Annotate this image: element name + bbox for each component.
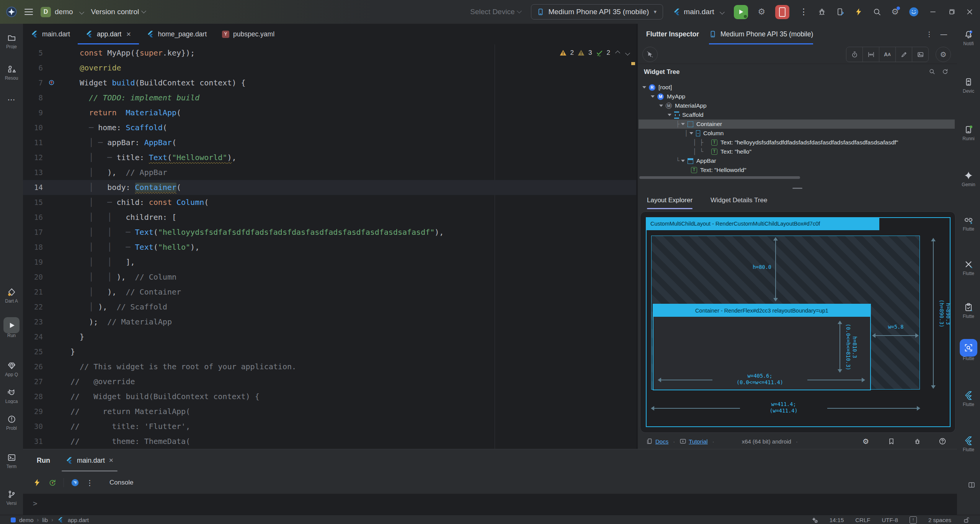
editor-tab-home_page-dart[interactable]: home_page.dart (139, 24, 214, 44)
tutorial-link[interactable]: Tutorial (689, 438, 707, 445)
panel-options-button[interactable]: ⋮ (926, 24, 933, 44)
report-icon[interactable] (888, 438, 895, 445)
run-button[interactable] (734, 5, 748, 19)
tree-row-Column[interactable]: │Column (639, 129, 955, 138)
run-config-dropdown[interactable]: main.dart (673, 8, 724, 16)
tool-stripe-item-App Q[interactable]: App Q (0, 360, 23, 377)
tree-row-Container[interactable]: ├Container (639, 120, 955, 129)
chevron-down-icon[interactable] (651, 95, 655, 98)
scrollbar-warning-mark[interactable] (631, 62, 635, 65)
line-number[interactable]: 19 (23, 255, 43, 270)
tool-stripe-item-Versi[interactable]: Versi (0, 488, 23, 506)
editor-tab-pubspec-yaml[interactable]: Ypubspec.yaml (214, 24, 282, 44)
editor-tab-app-dart[interactable]: app.dart✕ (78, 24, 139, 44)
docs-link[interactable]: Docs (655, 438, 668, 445)
profile-avatar[interactable] (909, 7, 919, 17)
close-icon[interactable]: ✕ (109, 457, 114, 464)
show-images-button[interactable] (912, 47, 928, 62)
code-line-29[interactable]: 29// return MaterialApp( (23, 404, 636, 419)
select-device-dropdown[interactable]: Select Device (470, 8, 521, 16)
code-line-11[interactable]: 11 │ ─ appBar: AppBar( (23, 135, 636, 150)
panel-minimize-button[interactable]: — (941, 24, 947, 44)
console-tab[interactable]: Console (109, 479, 133, 486)
line-number[interactable]: 8 (23, 90, 43, 105)
encoding-widget[interactable]: UTF-8 (882, 517, 898, 523)
select-widget-mode-button[interactable] (642, 47, 658, 62)
code-line-9[interactable]: 9 return MaterialApp( (23, 105, 636, 120)
tree-row-Scaffold[interactable]: Scaffold (639, 110, 955, 120)
chevron-down-icon[interactable] (642, 86, 646, 88)
instant-run-icon[interactable] (854, 8, 863, 16)
code-line-10[interactable]: 10 ─ home: Scaffold( (23, 120, 636, 135)
code-line-26[interactable]: 26 // This widget is the root of your ap… (23, 359, 636, 374)
line-number[interactable]: 11 (23, 135, 43, 150)
tool-stripe-item-more[interactable]: ⋯ (0, 94, 23, 106)
hot-restart-icon[interactable] (48, 478, 57, 487)
app-inspection-icon[interactable] (818, 8, 826, 16)
line-number[interactable]: 16 (23, 210, 43, 225)
tree-row-Text-helloyydsfsdfafsdfd[interactable]: │ ├TText: "helloyydsfsdfafsdfdfadsfadsfd… (639, 138, 955, 147)
tree-row--root-[interactable]: R[root] (639, 83, 955, 92)
code-line-7[interactable]: 7 Widget build(BuildContext context) { (23, 75, 636, 90)
next-problem-button[interactable] (625, 51, 630, 56)
tool-stripe-item-Dart A[interactable]: Dart A (0, 286, 23, 303)
line-number[interactable]: 21 (23, 285, 43, 300)
line-number[interactable]: 18 (23, 240, 43, 255)
stop-button[interactable] (775, 5, 789, 19)
code-line-8[interactable]: 8 // TODO: implement build (23, 90, 636, 105)
tool-stripe-item-Runni[interactable]: Runni (957, 124, 980, 141)
line-ending-widget[interactable]: CRLF (855, 517, 870, 523)
line-number[interactable]: 14 (23, 180, 43, 195)
close-button[interactable] (965, 8, 974, 16)
container-render-box[interactable]: Container - RenderFlex#d2cc3 relayoutBou… (653, 304, 871, 390)
performance-overlay-button[interactable] (846, 47, 862, 62)
code-line-19[interactable]: 19 │ │ ], (23, 255, 636, 270)
refresh-icon[interactable] (942, 68, 949, 75)
editor-tab-main-dart[interactable]: main.dart (23, 24, 78, 44)
chevron-down-icon[interactable] (689, 132, 693, 134)
help-icon[interactable] (939, 437, 946, 445)
code-line-14[interactable]: 14 │ body: Container( (23, 180, 636, 195)
tool-stripe-item-Flutte[interactable]: Flutte (957, 259, 980, 276)
chevron-down-icon[interactable] (681, 123, 685, 125)
line-number[interactable]: 31 (23, 434, 43, 449)
device-mirror-icon[interactable] (836, 8, 844, 16)
tool-stripe-item-Flutte[interactable]: Flutte (957, 344, 980, 361)
vcs-widget[interactable]: Version control (91, 8, 146, 16)
chevron-down-icon[interactable] (668, 114, 671, 116)
breadcrumbs[interactable]: demo › lib › app.dart (11, 515, 89, 524)
tree-row-MyApp[interactable]: MMyApp (639, 92, 955, 101)
tree-row-AppBar[interactable]: └AppBar (639, 156, 955, 165)
line-number[interactable]: 23 (23, 314, 43, 329)
line-number[interactable]: 9 (23, 105, 43, 120)
run-more-options-button[interactable]: ⋮ (86, 478, 93, 487)
outer-render-box[interactable]: CustomMultiChildLayout - RenderCustomMul… (646, 217, 951, 427)
tree-layout-divider[interactable] (638, 185, 957, 191)
code-line-23[interactable]: 23 ); // MaterialApp (23, 314, 636, 329)
line-number[interactable]: 29 (23, 404, 43, 419)
tool-stripe-item-Flutte[interactable]: Flutte (957, 301, 980, 319)
prev-problem-button[interactable] (615, 51, 620, 56)
code-line-17[interactable]: 17 │ │ ─ Text("helloyydsfsdfafsdfdfadsfa… (23, 225, 636, 240)
line-number[interactable]: 20 (23, 270, 43, 285)
line-number[interactable]: 17 (23, 225, 43, 240)
settings-icon[interactable]: ⚙ (891, 8, 899, 16)
chevron-down-icon[interactable] (659, 105, 663, 107)
close-icon[interactable]: ✕ (126, 31, 131, 38)
maximize-button[interactable] (947, 8, 956, 16)
minimize-button[interactable] (929, 8, 937, 16)
code-line-25[interactable]: 25} (23, 344, 636, 359)
tree-row-MaterialApp[interactable]: MMaterialApp (639, 101, 955, 110)
code-line-22[interactable]: 22 │ ), // Scaffold (23, 300, 636, 314)
line-number[interactable]: 5 (23, 46, 43, 61)
line-number[interactable]: 27 (23, 374, 43, 389)
tool-stripe-item-Devic[interactable]: Devic (957, 76, 980, 93)
code-line-24[interactable]: 24 } (23, 329, 636, 344)
tree-row-Text-Helloworld-[interactable]: TText: "Helloworld" (639, 165, 955, 175)
line-number[interactable]: 7 (23, 75, 43, 90)
code-line-21[interactable]: 21 │ ), // Container (23, 285, 636, 300)
line-number[interactable]: 22 (23, 300, 43, 314)
code-line-12[interactable]: 12 │ ─ title: Text("Helloworld"), (23, 150, 636, 165)
code-line-18[interactable]: 18 │ │ ─ Text("hello"), (23, 240, 636, 255)
more-actions-button[interactable]: ⋮ (799, 7, 808, 17)
